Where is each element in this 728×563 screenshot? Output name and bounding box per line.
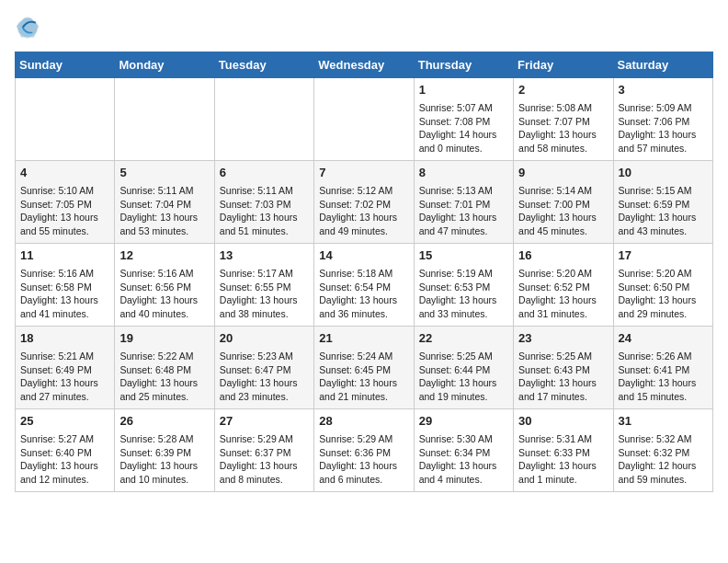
calendar-cell: 13Sunrise: 5:17 AM Sunset: 6:55 PM Dayli… [214,244,313,327]
day-number: 11 [20,247,109,265]
calendar-cell: 7Sunrise: 5:12 AM Sunset: 7:02 PM Daylig… [314,161,414,244]
calendar-cell: 6Sunrise: 5:11 AM Sunset: 7:03 PM Daylig… [214,161,313,244]
calendar-cell: 17Sunrise: 5:20 AM Sunset: 6:50 PM Dayli… [613,244,712,327]
calendar-cell: 22Sunrise: 5:25 AM Sunset: 6:44 PM Dayli… [414,327,513,409]
day-content: Sunrise: 5:25 AM Sunset: 6:43 PM Dayligh… [518,350,608,404]
calendar-cell: 12Sunrise: 5:16 AM Sunset: 6:56 PM Dayli… [115,244,214,327]
calendar-cell: 8Sunrise: 5:13 AM Sunset: 7:01 PM Daylig… [414,161,513,244]
day-content: Sunrise: 5:23 AM Sunset: 6:47 PM Dayligh… [220,350,309,404]
calendar-cell: 26Sunrise: 5:28 AM Sunset: 6:39 PM Dayli… [115,409,214,492]
day-content: Sunrise: 5:08 AM Sunset: 7:07 PM Dayligh… [518,101,608,155]
calendar-week-5: 25Sunrise: 5:27 AM Sunset: 6:40 PM Dayli… [16,409,713,492]
day-content: Sunrise: 5:10 AM Sunset: 7:05 PM Dayligh… [20,184,109,238]
page-header [15,15,713,40]
calendar-cell: 23Sunrise: 5:25 AM Sunset: 6:43 PM Dayli… [514,327,613,409]
day-content: Sunrise: 5:11 AM Sunset: 7:03 PM Dayligh… [220,184,309,238]
day-content: Sunrise: 5:24 AM Sunset: 6:45 PM Dayligh… [319,350,408,404]
day-number: 8 [419,165,508,182]
calendar-cell [314,78,414,161]
logo-icon [15,15,40,40]
day-number: 31 [619,413,708,431]
day-number: 14 [319,247,408,265]
calendar-week-3: 11Sunrise: 5:16 AM Sunset: 6:58 PM Dayli… [16,244,713,327]
day-content: Sunrise: 5:28 AM Sunset: 6:39 PM Dayligh… [119,432,209,487]
day-content: Sunrise: 5:09 AM Sunset: 7:06 PM Dayligh… [619,101,708,155]
day-number: 4 [20,165,109,182]
day-content: Sunrise: 5:22 AM Sunset: 6:48 PM Dayligh… [119,350,209,404]
logo [15,15,44,40]
calendar-cell: 9Sunrise: 5:14 AM Sunset: 7:00 PM Daylig… [514,161,613,244]
day-number: 29 [419,413,508,431]
day-number: 15 [419,247,508,265]
day-number: 17 [619,247,708,265]
day-number: 5 [119,165,209,182]
calendar-cell: 21Sunrise: 5:24 AM Sunset: 6:45 PM Dayli… [314,327,414,409]
day-content: Sunrise: 5:16 AM Sunset: 6:56 PM Dayligh… [119,267,209,321]
day-content: Sunrise: 5:18 AM Sunset: 6:54 PM Dayligh… [319,267,408,321]
day-number: 21 [319,330,408,348]
day-number: 7 [319,165,408,182]
day-content: Sunrise: 5:16 AM Sunset: 6:58 PM Dayligh… [20,267,109,321]
day-number: 19 [119,330,209,348]
day-number: 27 [220,413,309,431]
day-content: Sunrise: 5:21 AM Sunset: 6:49 PM Dayligh… [20,350,109,404]
calendar-cell: 3Sunrise: 5:09 AM Sunset: 7:06 PM Daylig… [613,78,712,161]
calendar-cell: 20Sunrise: 5:23 AM Sunset: 6:47 PM Dayli… [214,327,313,409]
day-content: Sunrise: 5:17 AM Sunset: 6:55 PM Dayligh… [220,267,309,321]
day-content: Sunrise: 5:19 AM Sunset: 6:53 PM Dayligh… [419,267,508,321]
day-content: Sunrise: 5:14 AM Sunset: 7:00 PM Dayligh… [518,184,608,238]
day-number: 6 [220,165,309,182]
day-content: Sunrise: 5:32 AM Sunset: 6:32 PM Dayligh… [619,432,708,487]
day-number: 24 [619,330,708,348]
day-number: 22 [419,330,508,348]
day-number: 2 [518,82,608,99]
calendar-cell: 19Sunrise: 5:22 AM Sunset: 6:48 PM Dayli… [115,327,214,409]
header-day-thursday: Thursday [414,52,513,78]
calendar-cell: 5Sunrise: 5:11 AM Sunset: 7:04 PM Daylig… [115,161,214,244]
header-day-sunday: Sunday [16,52,115,78]
day-number: 13 [220,247,309,265]
calendar-week-4: 18Sunrise: 5:21 AM Sunset: 6:49 PM Dayli… [16,327,713,409]
day-number: 18 [20,330,109,348]
calendar-cell: 11Sunrise: 5:16 AM Sunset: 6:58 PM Dayli… [16,244,115,327]
day-content: Sunrise: 5:15 AM Sunset: 6:59 PM Dayligh… [619,184,708,238]
header-day-friday: Friday [514,52,613,78]
header-day-saturday: Saturday [613,52,712,78]
day-number: 16 [518,247,608,265]
calendar-cell: 14Sunrise: 5:18 AM Sunset: 6:54 PM Dayli… [314,244,414,327]
calendar-cell: 1Sunrise: 5:07 AM Sunset: 7:08 PM Daylig… [414,78,513,161]
day-content: Sunrise: 5:26 AM Sunset: 6:41 PM Dayligh… [619,350,708,404]
header-day-tuesday: Tuesday [214,52,313,78]
calendar-cell [214,78,313,161]
day-number: 28 [319,413,408,431]
day-content: Sunrise: 5:30 AM Sunset: 6:34 PM Dayligh… [419,432,508,487]
day-number: 9 [518,165,608,182]
day-content: Sunrise: 5:11 AM Sunset: 7:04 PM Dayligh… [119,184,209,238]
day-number: 10 [619,165,708,182]
svg-marker-1 [17,18,40,38]
calendar-cell: 24Sunrise: 5:26 AM Sunset: 6:41 PM Dayli… [613,327,712,409]
calendar-cell: 28Sunrise: 5:29 AM Sunset: 6:36 PM Dayli… [314,409,414,492]
calendar-cell: 16Sunrise: 5:20 AM Sunset: 6:52 PM Dayli… [514,244,613,327]
day-content: Sunrise: 5:25 AM Sunset: 6:44 PM Dayligh… [419,350,508,404]
calendar-week-2: 4Sunrise: 5:10 AM Sunset: 7:05 PM Daylig… [16,161,713,244]
calendar-cell: 25Sunrise: 5:27 AM Sunset: 6:40 PM Dayli… [16,409,115,492]
day-content: Sunrise: 5:29 AM Sunset: 6:37 PM Dayligh… [220,432,309,487]
calendar-cell: 15Sunrise: 5:19 AM Sunset: 6:53 PM Dayli… [414,244,513,327]
day-content: Sunrise: 5:27 AM Sunset: 6:40 PM Dayligh… [20,432,109,487]
calendar-cell: 27Sunrise: 5:29 AM Sunset: 6:37 PM Dayli… [214,409,313,492]
calendar-cell: 2Sunrise: 5:08 AM Sunset: 7:07 PM Daylig… [514,78,613,161]
calendar-header: SundayMondayTuesdayWednesdayThursdayFrid… [16,52,713,78]
day-content: Sunrise: 5:31 AM Sunset: 6:33 PM Dayligh… [518,432,608,487]
calendar-cell [115,78,214,161]
day-number: 3 [619,82,708,99]
calendar-cell: 29Sunrise: 5:30 AM Sunset: 6:34 PM Dayli… [414,409,513,492]
header-day-wednesday: Wednesday [314,52,414,78]
calendar-cell: 30Sunrise: 5:31 AM Sunset: 6:33 PM Dayli… [514,409,613,492]
calendar-cell: 10Sunrise: 5:15 AM Sunset: 6:59 PM Dayli… [613,161,712,244]
calendar-table: SundayMondayTuesdayWednesdayThursdayFrid… [15,52,713,492]
day-number: 20 [220,330,309,348]
day-content: Sunrise: 5:20 AM Sunset: 6:52 PM Dayligh… [518,267,608,321]
calendar-cell: 4Sunrise: 5:10 AM Sunset: 7:05 PM Daylig… [16,161,115,244]
header-row: SundayMondayTuesdayWednesdayThursdayFrid… [16,52,713,78]
